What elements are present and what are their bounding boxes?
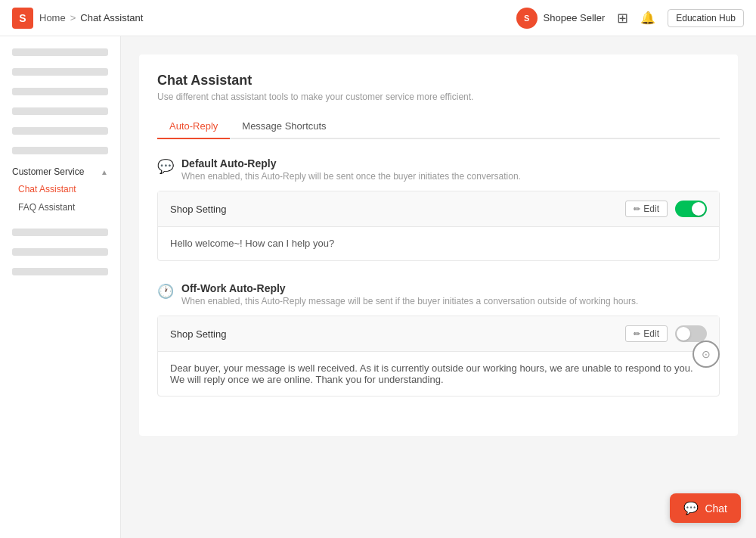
chevron-up-icon: ▲ — [101, 168, 108, 176]
sidebar-section-customer-service[interactable]: Customer Service ▲ — [0, 160, 120, 180]
seller-name: Shopee Seller — [544, 12, 606, 23]
sidebar-item-blurred-4[interactable] — [0, 101, 120, 121]
default-auto-reply-desc: When enabled, this Auto-Reply will be se… — [181, 171, 521, 182]
off-work-shop-setting-controls: ✏ Edit — [625, 325, 707, 342]
off-work-auto-reply-title: Off-Work Auto-Reply — [181, 282, 638, 294]
chat-float-icon: 💬 — [683, 501, 699, 515]
default-shop-setting-controls: ✏ Edit — [625, 201, 707, 217]
off-work-edit-button[interactable]: ✏ Edit — [625, 325, 668, 342]
breadcrumb-home[interactable]: Home — [39, 12, 66, 23]
default-toggle[interactable] — [675, 201, 707, 217]
grid-icon[interactable]: ⊞ — [617, 10, 628, 26]
breadcrumb-separator: > — [70, 12, 76, 23]
sidebar-item-blurred-9[interactable] — [0, 262, 120, 281]
support-icon[interactable]: ⊙ — [692, 341, 720, 368]
tab-auto-reply[interactable]: Auto-Reply — [157, 114, 230, 139]
sidebar-item-blurred-7[interactable] — [0, 222, 120, 242]
off-work-toggle[interactable] — [675, 325, 707, 342]
default-shop-setting-box: Shop Setting ✏ Edit — [157, 191, 720, 261]
bell-icon[interactable]: 🔔 — [640, 11, 655, 25]
breadcrumb: Home > Chat Assistant — [39, 12, 143, 23]
chat-float-button[interactable]: 💬 Chat — [670, 493, 741, 523]
main-content: Chat Assistant Use different chat assist… — [121, 36, 756, 538]
off-work-auto-reply-section: 🕐 Off-Work Auto-Reply When enabled, this… — [157, 282, 720, 397]
default-auto-reply-section: 💬 Default Auto-Reply When enabled, this … — [157, 157, 720, 261]
off-work-shop-setting-header: Shop Setting ✏ Edit — [158, 316, 719, 352]
header-left: S Home > Chat Assistant — [12, 8, 143, 29]
default-shop-setting-title: Shop Setting — [170, 204, 226, 215]
off-work-shop-setting-box: Shop Setting ✏ Edit — [157, 316, 720, 397]
off-work-message-text: Dear buyer, your message is well receive… — [170, 362, 693, 385]
sidebar-item-faq-assistant[interactable]: FAQ Assistant — [0, 198, 120, 216]
tabs: Auto-Reply Message Shortcuts — [157, 114, 720, 139]
chat-float-label: Chat — [705, 502, 727, 515]
default-shop-setting-header: Shop Setting ✏ Edit — [158, 191, 719, 227]
default-edit-button[interactable]: ✏ Edit — [625, 201, 668, 217]
message-icon: 💬 — [157, 158, 174, 175]
off-work-section-text: Off-Work Auto-Reply When enabled, this A… — [181, 282, 638, 306]
default-message-text: Hello welcome~! How can I help you? — [170, 238, 334, 249]
off-work-auto-reply-desc: When enabled, this Auto-Reply message wi… — [181, 296, 638, 306]
edit-icon: ✏ — [634, 204, 640, 214]
header-right: S Shopee Seller ⊞ 🔔 Education Hub — [516, 8, 744, 29]
sidebar-item-blurred-3[interactable] — [0, 82, 120, 101]
default-message-body: Hello welcome~! How can I help you? — [158, 227, 719, 260]
education-hub-button[interactable]: Education Hub — [668, 9, 744, 27]
sidebar-item-blurred-1[interactable] — [0, 42, 120, 62]
content-card: Chat Assistant Use different chat assist… — [139, 54, 738, 436]
app-layout: Customer Service ▲ Chat Assistant FAQ As… — [0, 0, 756, 538]
clock-icon: 🕐 — [157, 283, 174, 300]
default-auto-reply-title: Default Auto-Reply — [181, 157, 521, 169]
tab-message-shortcuts[interactable]: Message Shortcuts — [230, 114, 338, 139]
sidebar-item-blurred-2[interactable] — [0, 62, 120, 82]
header: S Home > Chat Assistant S Shopee Seller … — [0, 0, 756, 36]
breadcrumb-current: Chat Assistant — [80, 12, 143, 23]
sidebar-item-blurred-6[interactable] — [0, 141, 120, 160]
off-work-toggle-slider — [675, 325, 707, 342]
section-text: Default Auto-Reply When enabled, this Au… — [181, 157, 521, 182]
sidebar: Customer Service ▲ Chat Assistant FAQ As… — [0, 36, 121, 538]
page-subtitle: Use different chat assistant tools to ma… — [157, 92, 720, 102]
off-work-shop-setting-title: Shop Setting — [170, 328, 226, 340]
page-title: Chat Assistant — [157, 73, 720, 89]
shopee-logo: S — [12, 8, 33, 29]
default-auto-reply-header: 💬 Default Auto-Reply When enabled, this … — [157, 157, 720, 182]
default-toggle-slider — [675, 201, 707, 217]
sidebar-item-chat-assistant[interactable]: Chat Assistant — [0, 180, 120, 198]
headset-icon: ⊙ — [702, 348, 711, 360]
customer-service-label: Customer Service — [12, 166, 84, 177]
sidebar-item-blurred-5[interactable] — [0, 121, 120, 141]
off-work-auto-reply-header: 🕐 Off-Work Auto-Reply When enabled, this… — [157, 282, 720, 306]
sidebar-item-blurred-8[interactable] — [0, 242, 120, 262]
edit-icon-2: ✏ — [634, 329, 640, 339]
off-work-message-body: Dear buyer, your message is well receive… — [158, 352, 719, 396]
seller-avatar: S — [516, 8, 538, 29]
